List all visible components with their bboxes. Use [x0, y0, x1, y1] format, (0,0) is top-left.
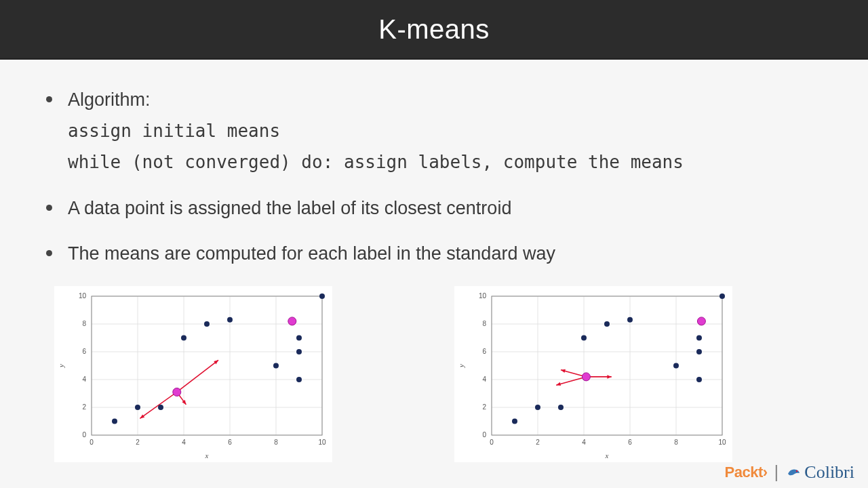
brand-divider: | [774, 462, 779, 483]
svg-point-88 [696, 336, 702, 341]
code-line-1: assign initial means [68, 117, 827, 144]
svg-point-37 [204, 321, 210, 327]
svg-text:x: x [205, 451, 209, 460]
charts-row: 02468100246810xy 02468100246810xy [41, 286, 827, 462]
svg-text:6: 6 [82, 348, 86, 355]
svg-rect-70 [492, 296, 722, 435]
svg-point-45 [288, 317, 296, 325]
svg-point-42 [296, 336, 302, 341]
svg-text:2: 2 [536, 439, 540, 446]
svg-text:4: 4 [182, 439, 186, 446]
bullet-means: The means are computed for each label in… [41, 241, 827, 267]
bullet-algorithm: Algorithm: assign initial means while (n… [41, 87, 827, 176]
svg-text:8: 8 [674, 439, 678, 446]
svg-point-36 [181, 336, 186, 341]
svg-text:0: 0 [82, 431, 86, 439]
svg-text:4: 4 [82, 375, 86, 383]
scatter-plot-right: 02468100246810xy [454, 286, 732, 462]
svg-text:8: 8 [482, 320, 486, 327]
svg-point-79 [512, 419, 517, 424]
bullet-assignment: A data point is assigned the label of it… [41, 195, 827, 222]
svg-point-41 [296, 349, 302, 354]
svg-point-83 [604, 321, 610, 327]
svg-text:2: 2 [482, 403, 486, 411]
svg-point-33 [112, 419, 117, 424]
svg-point-39 [273, 363, 279, 369]
svg-point-86 [696, 377, 702, 382]
svg-text:6: 6 [228, 439, 232, 446]
bullet-text: Algorithm: [68, 89, 151, 110]
svg-text:4: 4 [482, 375, 486, 383]
svg-text:y: y [457, 364, 465, 368]
svg-line-27 [140, 392, 176, 418]
chart-left: 02468100246810xy [54, 286, 332, 462]
svg-point-82 [581, 336, 587, 341]
svg-marker-74 [556, 382, 561, 386]
chart-right: 02468100246810xy [454, 286, 732, 462]
svg-text:2: 2 [82, 403, 86, 411]
svg-point-38 [227, 317, 233, 323]
svg-point-43 [319, 293, 325, 299]
svg-point-44 [173, 388, 181, 396]
colibri-logo: Colibri [785, 462, 854, 483]
svg-text:10: 10 [318, 439, 326, 446]
svg-point-40 [296, 377, 302, 382]
hummingbird-icon [785, 464, 802, 481]
svg-text:10: 10 [479, 292, 487, 300]
packt-logo: Packt› [725, 464, 768, 481]
svg-text:10: 10 [718, 439, 726, 446]
svg-text:6: 6 [628, 439, 632, 446]
svg-point-91 [697, 317, 705, 325]
svg-point-84 [627, 317, 633, 323]
svg-text:0: 0 [90, 439, 94, 446]
svg-text:2: 2 [136, 439, 140, 446]
svg-marker-76 [607, 375, 611, 378]
slide-body: Algorithm: assign initial means while (n… [0, 60, 868, 462]
svg-point-87 [696, 349, 702, 354]
svg-text:6: 6 [482, 348, 486, 355]
code-line-2: while (not converged) do: assign labels,… [68, 148, 827, 176]
title-bar: K-means [0, 0, 868, 60]
svg-point-35 [158, 405, 163, 410]
svg-text:10: 10 [79, 292, 87, 300]
svg-point-34 [135, 405, 140, 410]
footer-brand: Packt› | Colibri [725, 462, 854, 483]
svg-text:x: x [605, 451, 609, 460]
svg-point-89 [719, 293, 725, 299]
svg-line-73 [556, 377, 586, 385]
svg-text:4: 4 [582, 439, 586, 446]
svg-text:y: y [57, 364, 65, 368]
svg-rect-24 [92, 296, 322, 435]
svg-text:8: 8 [274, 439, 278, 446]
scatter-plot-left: 02468100246810xy [54, 286, 332, 462]
svg-line-31 [177, 360, 218, 392]
bullet-list: Algorithm: assign initial means while (n… [41, 87, 827, 267]
svg-text:0: 0 [482, 431, 486, 439]
svg-point-80 [535, 405, 540, 410]
svg-point-92 [796, 470, 797, 471]
svg-text:8: 8 [82, 320, 86, 327]
slide-title: K-means [378, 14, 490, 45]
svg-point-85 [673, 363, 679, 369]
svg-point-81 [558, 405, 564, 410]
svg-text:0: 0 [490, 439, 494, 446]
svg-marker-78 [561, 369, 566, 373]
svg-point-90 [582, 373, 590, 381]
